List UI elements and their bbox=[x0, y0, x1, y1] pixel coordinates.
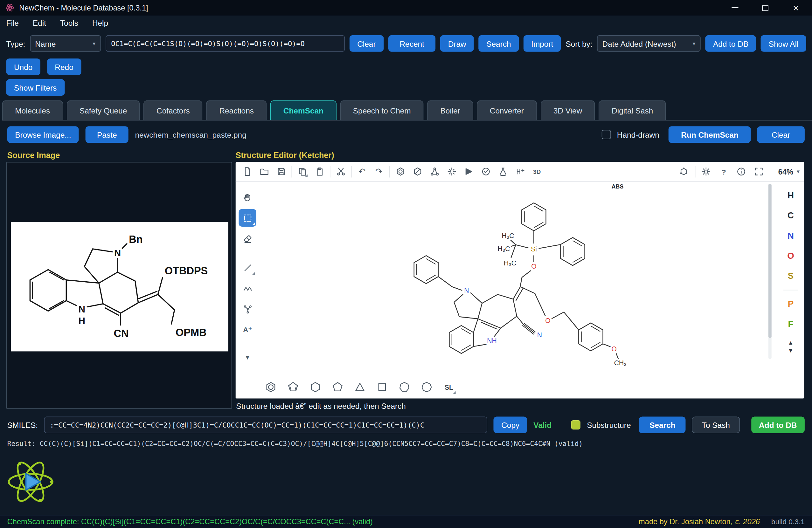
tab-safety-queue[interactable]: Safety Queue bbox=[67, 101, 140, 120]
calculate-cip-button[interactable] bbox=[462, 165, 475, 178]
tab-digital-sash[interactable]: Digital Sash bbox=[598, 101, 666, 120]
open-file-button[interactable] bbox=[257, 165, 271, 178]
charge-plus-tool[interactable]: A⁺ bbox=[239, 321, 256, 338]
paste-button[interactable] bbox=[313, 165, 326, 178]
new-document-button[interactable] bbox=[240, 165, 253, 178]
zoom-control[interactable]: 64% ▾ bbox=[778, 167, 800, 176]
cyclopentadiene-icon bbox=[287, 381, 299, 393]
help-icon: ? bbox=[722, 167, 726, 176]
paste-button[interactable]: Paste bbox=[86, 126, 128, 143]
run-chemscan-button[interactable]: Run ChemScan bbox=[669, 126, 751, 143]
minimize-button[interactable] bbox=[729, 2, 740, 14]
sgroup-tool[interactable] bbox=[239, 300, 256, 318]
substructure-checkbox[interactable] bbox=[571, 420, 580, 429]
tab-chemscan[interactable]: ChemScan bbox=[270, 101, 336, 120]
add-to-db-button[interactable]: Add to DB bbox=[705, 35, 756, 52]
menu-help[interactable]: Help bbox=[92, 18, 108, 27]
canvas-scrollbar[interactable] bbox=[768, 184, 772, 359]
cycloheptane-template[interactable] bbox=[396, 379, 412, 395]
save-button[interactable] bbox=[275, 165, 288, 178]
explicit-hydrogens-button[interactable] bbox=[513, 165, 526, 178]
smiles-search-button[interactable]: Search bbox=[639, 417, 686, 433]
tab-molecules[interactable]: Molecules bbox=[2, 101, 63, 120]
menu-tools[interactable]: Tools bbox=[60, 18, 78, 27]
3d-viewer-button[interactable]: 3D bbox=[530, 165, 543, 178]
pasted-filename: newchem_chemscan_paste.png bbox=[135, 130, 246, 139]
smiles-add-to-db-button[interactable]: Add to DB bbox=[751, 417, 805, 433]
chain-tool[interactable] bbox=[239, 279, 256, 297]
structure-library-button[interactable]: SL bbox=[440, 379, 457, 395]
hand-tool[interactable] bbox=[239, 189, 256, 206]
search-button[interactable]: Search bbox=[479, 35, 519, 52]
fullscreen-button[interactable] bbox=[752, 165, 766, 178]
cut-button[interactable] bbox=[334, 165, 347, 178]
periodic-table-button[interactable]: ▲ ▼ bbox=[788, 339, 794, 353]
window-controls: × bbox=[729, 2, 807, 14]
redo-button[interactable]: ↷ bbox=[373, 165, 386, 178]
element-p[interactable]: P bbox=[783, 297, 799, 311]
macromolecules-button[interactable] bbox=[677, 165, 691, 178]
dearomatize-button[interactable] bbox=[411, 165, 424, 178]
cyclobutane-template[interactable] bbox=[374, 379, 390, 395]
cyclopentane-template[interactable] bbox=[329, 379, 346, 395]
cyclopentadiene-template[interactable] bbox=[285, 379, 301, 395]
query-input[interactable] bbox=[105, 35, 345, 52]
show-all-button[interactable]: Show All bbox=[761, 35, 806, 52]
select-tool[interactable] bbox=[239, 209, 256, 226]
hand-drawn-checkbox[interactable] bbox=[601, 130, 611, 139]
recent-button[interactable]: Recent bbox=[388, 35, 436, 52]
sort-select[interactable]: Date Added (Newest) ▾ bbox=[597, 35, 701, 52]
maximize-button[interactable] bbox=[759, 2, 771, 14]
editor-molecule-drawing[interactable]: H₃C H₃C H₃C Si O O O CH₃ N NH N bbox=[260, 189, 770, 367]
layout-button[interactable] bbox=[428, 165, 441, 178]
browse-image-button[interactable]: Browse Image... bbox=[7, 126, 79, 143]
undo-redo-row: Undo Redo bbox=[6, 58, 82, 75]
clear-button[interactable]: Clear bbox=[350, 35, 383, 52]
check-structure-button[interactable] bbox=[479, 165, 492, 178]
benzene-template[interactable] bbox=[262, 379, 279, 395]
element-f[interactable]: F bbox=[783, 317, 799, 331]
cyclooctane-template[interactable] bbox=[418, 379, 435, 395]
redo-button[interactable]: Redo bbox=[47, 58, 81, 75]
more-tools-button[interactable]: ▼ bbox=[239, 349, 256, 366]
bond-tool[interactable] bbox=[239, 259, 256, 276]
menu-file[interactable]: File bbox=[6, 18, 19, 27]
type-select[interactable]: Name ▾ bbox=[30, 35, 101, 52]
clean-up-button[interactable] bbox=[445, 165, 458, 178]
copy-button[interactable] bbox=[296, 165, 309, 178]
smiles-input[interactable] bbox=[44, 417, 488, 433]
close-button[interactable]: × bbox=[790, 2, 801, 14]
tab-3d-view[interactable]: 3D View bbox=[540, 101, 595, 120]
tab-cofactors[interactable]: Cofactors bbox=[143, 101, 203, 120]
atom-label-h: H bbox=[78, 316, 85, 326]
element-o[interactable]: O bbox=[783, 249, 799, 263]
calculated-values-button[interactable] bbox=[496, 165, 509, 178]
element-n[interactable]: N bbox=[783, 229, 799, 243]
tab-boiler[interactable]: Boiler bbox=[427, 101, 473, 120]
import-button[interactable]: Import bbox=[523, 35, 561, 52]
dearomatize-icon bbox=[412, 166, 422, 176]
cyclohexane-template[interactable] bbox=[307, 379, 323, 395]
cyclopropane-template[interactable] bbox=[351, 379, 368, 395]
tab-reactions[interactable]: Reactions bbox=[206, 101, 267, 120]
chemscan-clear-button[interactable]: Clear bbox=[757, 126, 805, 143]
aromatize-button[interactable] bbox=[393, 165, 407, 178]
dropdown-corner bbox=[252, 272, 255, 275]
tab-converter[interactable]: Converter bbox=[477, 101, 537, 120]
tab-speech-to-chem[interactable]: Speech to Chem bbox=[340, 101, 424, 120]
about-button[interactable] bbox=[735, 165, 748, 178]
eraser-tool[interactable] bbox=[239, 230, 256, 247]
canvas-scrollbar-thumb[interactable] bbox=[768, 184, 772, 338]
show-filters-button[interactable]: Show Filters bbox=[6, 79, 64, 96]
element-s[interactable]: S bbox=[783, 269, 799, 283]
copy-smiles-button[interactable]: Copy bbox=[494, 417, 527, 433]
element-c[interactable]: C bbox=[783, 208, 799, 222]
menu-edit[interactable]: Edit bbox=[33, 18, 46, 27]
draw-button[interactable]: Draw bbox=[440, 35, 474, 52]
help-button[interactable]: ? bbox=[717, 165, 730, 178]
undo-button[interactable]: ↶ bbox=[355, 165, 368, 178]
undo-button[interactable]: Undo bbox=[6, 58, 40, 75]
to-sash-button[interactable]: To Sash bbox=[692, 417, 740, 433]
element-h[interactable]: H bbox=[783, 189, 799, 203]
settings-button[interactable] bbox=[699, 165, 713, 178]
